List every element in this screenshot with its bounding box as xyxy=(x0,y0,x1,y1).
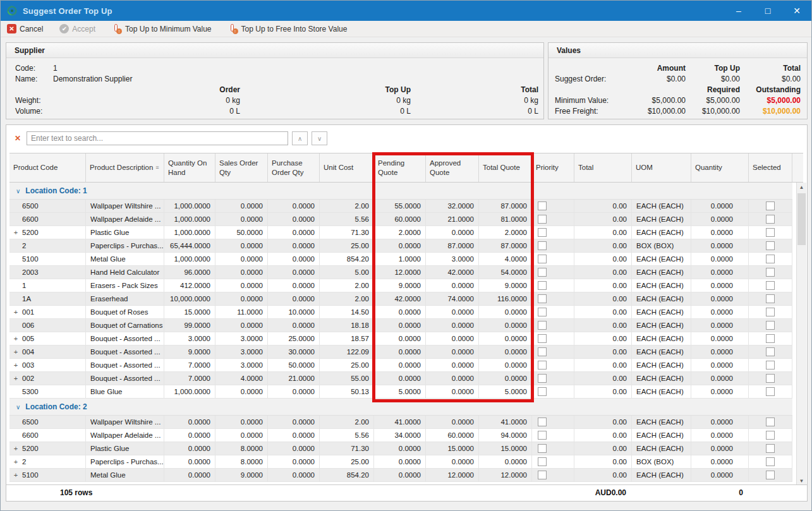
cell-total[interactable]: 0.00 xyxy=(574,442,632,455)
cell-code[interactable]: +003 xyxy=(9,359,86,371)
cell-po[interactable]: 0.0000 xyxy=(268,429,320,442)
cell-uom[interactable]: EACH (EACH) xyxy=(632,359,691,371)
cell-desc[interactable]: Wallpaper Adelaide ... xyxy=(86,213,164,225)
cell-total[interactable]: 0.00 xyxy=(574,306,632,318)
cell-po[interactable]: 10.0000 xyxy=(268,306,320,318)
cell-qty[interactable]: 0.0000 xyxy=(691,213,749,225)
cell-total[interactable]: 0.00 xyxy=(574,200,632,212)
cell-uom[interactable]: EACH (EACH) xyxy=(632,253,691,265)
cell-cost[interactable]: 5.56 xyxy=(320,213,374,225)
priority-checkbox[interactable] xyxy=(538,228,547,237)
selected-checkbox[interactable] xyxy=(766,294,775,303)
cell-desc[interactable]: Bouquet - Assorted ... xyxy=(86,372,164,385)
cell-pending[interactable]: 0.0000 xyxy=(374,319,426,332)
cell-approved[interactable]: 0.0000 xyxy=(426,359,479,371)
cell-cost[interactable]: 854.20 xyxy=(320,253,374,265)
cell-po[interactable]: 30.0000 xyxy=(268,346,320,358)
cell-uom[interactable]: BOX (BOX) xyxy=(632,455,691,468)
cell-code[interactable]: 6500 xyxy=(9,200,86,212)
cell-approved[interactable]: 0.0000 xyxy=(426,346,479,358)
cell-so[interactable]: 0.0000 xyxy=(215,429,268,442)
cell-qoh[interactable]: 99.0000 xyxy=(164,319,215,332)
cell-tq[interactable]: 81.0000 xyxy=(479,213,532,225)
cell-approved[interactable]: 87.0000 xyxy=(426,239,479,252)
cell-desc[interactable]: Paperclips - Purchas... xyxy=(86,455,164,468)
column-header-qty[interactable]: Quantity xyxy=(691,153,749,182)
cell-qty[interactable]: 0.0000 xyxy=(691,372,749,385)
cell-so[interactable]: 8.0000 xyxy=(215,455,268,468)
cell-qty[interactable]: 0.0000 xyxy=(691,319,749,332)
cell-approved[interactable]: 0.0000 xyxy=(426,416,479,428)
cell-uom[interactable]: EACH (EACH) xyxy=(632,266,691,279)
table-row[interactable]: +5200Plastic Glue0.00008.00000.000071.30… xyxy=(9,442,792,455)
priority-checkbox[interactable] xyxy=(538,281,547,290)
table-row[interactable]: 6500Wallpaper Wiltshire ...1,000.00000.0… xyxy=(9,200,792,213)
table-row[interactable]: 6600Wallpaper Adelaide ...0.00000.00000.… xyxy=(9,429,792,442)
cell-desc[interactable]: Bouquet - Assorted ... xyxy=(86,359,164,371)
cell-pending[interactable]: 41.0000 xyxy=(374,416,426,428)
cell-approved[interactable]: 21.0000 xyxy=(426,213,479,225)
column-header-so[interactable]: Sales Order Qty xyxy=(215,153,268,182)
cell-qoh[interactable]: 0.0000 xyxy=(164,455,215,468)
table-row[interactable]: 2Paperclips - Purchas...65,444.00000.000… xyxy=(9,239,792,253)
priority-checkbox[interactable] xyxy=(538,334,547,343)
cell-approved[interactable]: 0.0000 xyxy=(426,332,479,345)
cell-qty[interactable]: 0.0000 xyxy=(691,279,749,292)
column-header-priority[interactable]: Priority xyxy=(532,153,574,182)
cell-po[interactable]: 0.0000 xyxy=(268,200,320,212)
selected-checkbox[interactable] xyxy=(766,387,775,396)
scroll-up-icon[interactable]: ▲ xyxy=(797,183,806,192)
cell-qoh[interactable]: 0.0000 xyxy=(164,442,215,455)
cell-tq[interactable]: 0.0000 xyxy=(479,306,532,318)
cell-approved[interactable]: 0.0000 xyxy=(426,455,479,468)
cell-so[interactable]: 8.0000 xyxy=(215,442,268,455)
cell-tq[interactable]: 0.0000 xyxy=(479,372,532,385)
cell-pending[interactable]: 0.0000 xyxy=(374,442,426,455)
scrollbar-thumb[interactable] xyxy=(797,193,806,245)
cell-qty[interactable]: 0.0000 xyxy=(691,442,749,455)
cell-code[interactable]: 1 xyxy=(9,279,86,292)
cell-code[interactable]: 6500 xyxy=(9,416,86,428)
table-row[interactable]: +002Bouquet - Assorted ...7.00004.000021… xyxy=(9,372,792,385)
cell-so[interactable]: 0.0000 xyxy=(215,239,268,252)
table-row[interactable]: 1Erasers - Pack Sizes412.00000.00000.000… xyxy=(9,279,792,292)
cell-po[interactable]: 0.0000 xyxy=(268,226,320,239)
cell-pending[interactable]: 34.0000 xyxy=(374,429,426,442)
row-expander-icon[interactable]: + xyxy=(9,229,22,236)
priority-checkbox[interactable] xyxy=(538,361,547,370)
priority-checkbox[interactable] xyxy=(538,347,547,356)
selected-checkbox[interactable] xyxy=(766,268,775,277)
table-row[interactable]: 1AEraserhead10,000.00000.00000.00002.004… xyxy=(9,292,792,306)
cell-desc[interactable]: Hand Held Calculator xyxy=(86,266,164,279)
cell-code[interactable]: 5100 xyxy=(9,253,86,265)
cell-uom[interactable]: EACH (EACH) xyxy=(632,332,691,345)
cell-pending[interactable]: 5.0000 xyxy=(374,385,426,398)
cell-tq[interactable]: 0.0000 xyxy=(479,455,532,468)
vertical-scrollbar[interactable]: ▲ ▼ xyxy=(796,183,806,486)
cell-tq[interactable]: 41.0000 xyxy=(479,416,532,428)
column-header-tq[interactable]: Total Quote xyxy=(479,153,532,182)
cell-tq[interactable]: 54.0000 xyxy=(479,266,532,279)
column-header-selected[interactable]: Selected xyxy=(749,153,792,182)
cell-qty[interactable]: 0.0000 xyxy=(691,200,749,212)
priority-checkbox[interactable] xyxy=(538,268,547,277)
cell-pending[interactable]: 0.0000 xyxy=(374,306,426,318)
top-up-free-into-store-button[interactable]: ↑ Top Up to Free Into Store Value xyxy=(228,24,348,34)
cell-desc[interactable]: Bouquet - Assorted ... xyxy=(86,332,164,345)
cell-uom[interactable]: EACH (EACH) xyxy=(632,385,691,398)
cell-cost[interactable]: 122.09 xyxy=(320,346,374,358)
cell-pending[interactable]: 0.0000 xyxy=(374,469,426,481)
cell-po[interactable]: 21.0000 xyxy=(268,372,320,385)
cell-pending[interactable]: 55.0000 xyxy=(374,200,426,212)
cell-tq[interactable]: 15.0000 xyxy=(479,442,532,455)
cell-qoh[interactable]: 412.0000 xyxy=(164,279,215,292)
cell-desc[interactable]: Wallpaper Adelaide ... xyxy=(86,429,164,442)
priority-checkbox[interactable] xyxy=(538,201,547,210)
cell-desc[interactable]: Bouquet of Carnations xyxy=(86,319,164,332)
cell-total[interactable]: 0.00 xyxy=(574,469,632,481)
cell-cost[interactable]: 5.00 xyxy=(320,266,374,279)
cell-cost[interactable]: 71.30 xyxy=(320,226,374,239)
cell-cost[interactable]: 2.00 xyxy=(320,200,374,212)
priority-checkbox[interactable] xyxy=(538,215,547,224)
cell-qty[interactable]: 0.0000 xyxy=(691,385,749,398)
